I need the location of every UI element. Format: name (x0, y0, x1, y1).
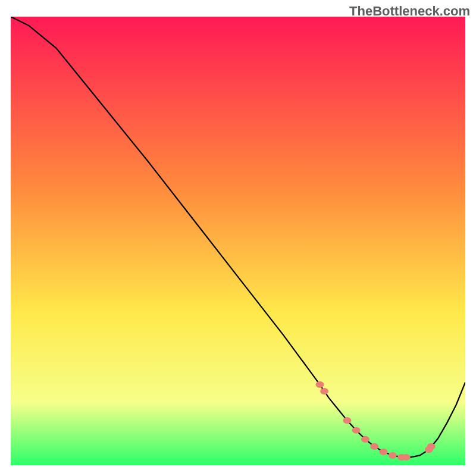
curve-marker (343, 417, 351, 424)
curve-marker (316, 381, 324, 388)
curve-marker (352, 427, 361, 434)
gradient-background (11, 17, 465, 465)
curve-marker (379, 449, 387, 455)
curve-marker (427, 443, 436, 450)
watermark-text: TheBottleneck.com (349, 4, 470, 19)
chart-svg (11, 17, 465, 465)
chart-container: TheBottleneck.com (0, 0, 476, 476)
curve-marker (402, 454, 411, 461)
curve-marker (389, 452, 397, 459)
curve-marker (320, 388, 328, 394)
plot-area (11, 17, 465, 465)
curve-marker (370, 443, 378, 450)
curve-marker (361, 436, 369, 443)
